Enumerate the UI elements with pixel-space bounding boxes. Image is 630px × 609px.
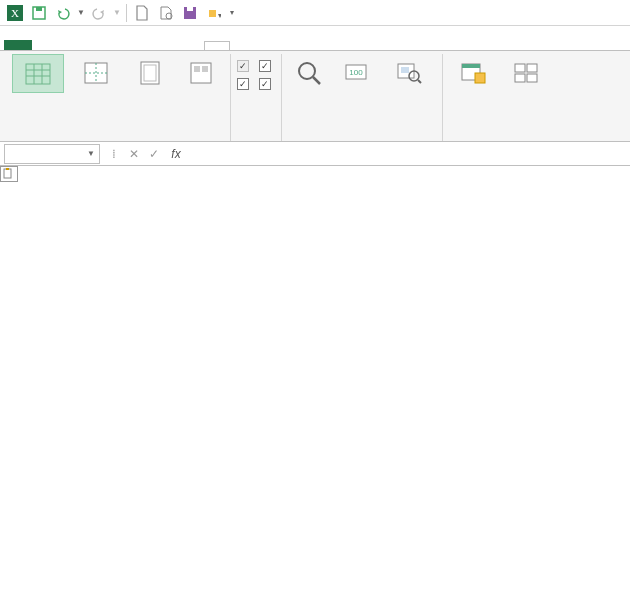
svg-rect-32 — [475, 73, 485, 83]
show-group-label — [237, 139, 275, 141]
page-break-icon — [80, 57, 112, 89]
redo-dropdown-icon[interactable]: ▼ — [112, 2, 122, 24]
fx-separator: ⁞ — [104, 147, 124, 161]
svg-line-29 — [418, 80, 421, 83]
name-box-dropdown-icon[interactable]: ▼ — [87, 149, 95, 158]
tab-page-layout[interactable] — [92, 42, 116, 50]
cancel-formula-button[interactable]: ✕ — [124, 147, 144, 161]
custom-views-icon — [185, 57, 217, 89]
arrange-all-button[interactable] — [503, 54, 549, 91]
svg-rect-38 — [6, 168, 9, 170]
svg-rect-27 — [401, 67, 409, 73]
svg-rect-20 — [194, 66, 200, 72]
svg-rect-6 — [187, 7, 193, 11]
fx-icon[interactable]: fx — [164, 147, 188, 161]
page-break-preview-button[interactable] — [70, 54, 122, 91]
gridlines-checkbox[interactable]: ✓ — [237, 78, 253, 90]
formula-bar: ▼ ⁞ ✕ ✓ fx — [0, 142, 630, 166]
ruler-checkbox[interactable]: ✓ — [237, 60, 253, 72]
svg-rect-21 — [202, 66, 208, 72]
new-file-button[interactable] — [131, 2, 153, 24]
svg-text:100: 100 — [349, 68, 363, 77]
workbook-views-label — [12, 139, 224, 141]
save-button[interactable] — [28, 2, 50, 24]
name-box[interactable]: ▼ — [4, 144, 100, 164]
zoom-button[interactable] — [288, 54, 330, 91]
undo-dropdown-icon[interactable]: ▼ — [76, 2, 86, 24]
tab-formulas[interactable] — [120, 42, 144, 50]
qat-customize-icon[interactable]: ▾ — [227, 2, 237, 24]
new-window-button[interactable] — [449, 54, 497, 91]
checkbox-icon: ✓ — [259, 60, 271, 72]
save-purple-button[interactable] — [179, 2, 201, 24]
zoom-selection-icon — [393, 57, 425, 89]
svg-rect-35 — [515, 74, 525, 82]
tab-view[interactable] — [204, 41, 230, 50]
checkbox-icon: ✓ — [237, 78, 249, 90]
tab-data[interactable] — [148, 42, 172, 50]
qat-separator — [126, 4, 127, 22]
group-zoom: 100 — [282, 54, 443, 141]
custom-views-button[interactable] — [178, 54, 224, 91]
normal-view-button[interactable] — [12, 54, 64, 93]
headings-checkbox[interactable]: ✓ — [259, 78, 275, 90]
zoom-100-button[interactable]: 100 — [336, 54, 376, 91]
window-group-label — [449, 127, 549, 141]
qat-more-button[interactable]: ▾ — [203, 2, 225, 24]
zoom-group-label — [288, 139, 436, 141]
group-window — [443, 54, 555, 141]
zoom-icon — [293, 57, 325, 89]
excel-logo-icon: X — [4, 2, 26, 24]
svg-rect-37 — [4, 169, 11, 178]
undo-button[interactable] — [52, 2, 74, 24]
svg-text:X: X — [11, 7, 19, 19]
quick-access-toolbar: X ▼ ▼ ▾ ▾ — [0, 0, 630, 26]
ribbon-tabs — [0, 26, 630, 50]
paste-options-button[interactable] — [0, 166, 18, 182]
tab-insert[interactable] — [64, 42, 88, 50]
checkbox-icon: ✓ — [259, 78, 271, 90]
tab-review[interactable] — [176, 42, 200, 50]
enter-formula-button[interactable]: ✓ — [144, 147, 164, 161]
page-layout-button[interactable] — [128, 54, 172, 91]
svg-rect-34 — [527, 64, 537, 72]
svg-rect-3 — [36, 7, 42, 11]
normal-view-icon — [22, 58, 54, 90]
tab-file[interactable] — [4, 40, 32, 50]
zoom-100-icon: 100 — [340, 57, 372, 89]
svg-text:▾: ▾ — [218, 11, 221, 20]
checkbox-icon: ✓ — [237, 60, 249, 72]
svg-point-22 — [299, 63, 315, 79]
svg-rect-7 — [209, 10, 216, 17]
formula-bar-checkbox[interactable]: ✓ — [259, 60, 275, 72]
tab-home[interactable] — [36, 42, 60, 50]
new-window-icon — [457, 57, 489, 89]
group-workbook-views — [6, 54, 231, 141]
zoom-to-selection-button[interactable] — [382, 54, 436, 91]
svg-rect-31 — [462, 64, 480, 68]
print-preview-button[interactable] — [155, 2, 177, 24]
ribbon: ✓ ✓ ✓ ✓ 100 — [0, 50, 630, 142]
arrange-all-icon — [510, 57, 542, 89]
svg-line-23 — [313, 77, 320, 84]
svg-rect-33 — [515, 64, 525, 72]
group-show: ✓ ✓ ✓ ✓ — [231, 54, 282, 141]
page-layout-icon — [134, 57, 166, 89]
redo-button[interactable] — [88, 2, 110, 24]
svg-rect-36 — [527, 74, 537, 82]
svg-rect-9 — [26, 64, 50, 84]
